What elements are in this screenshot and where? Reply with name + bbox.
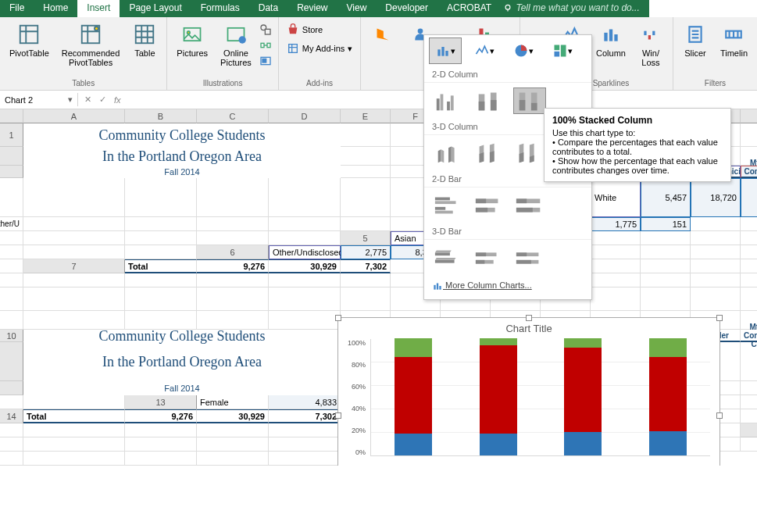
svg-rect-23 — [644, 31, 646, 35]
sparkline-col-button[interactable]: Column — [591, 20, 630, 69]
svg-rect-10 — [265, 29, 270, 34]
bar-white — [395, 338, 432, 455]
fx-icon[interactable]: fx — [114, 95, 121, 105]
sparkline-wl-button[interactable]: Win/Loss — [634, 20, 668, 69]
svg-point-8 — [238, 36, 245, 43]
3d-stacked-bar-icon[interactable] — [473, 245, 505, 271]
online-pictures-button[interactable]: OnlinePictures — [216, 20, 256, 69]
pivottable-button[interactable]: PivotTable — [5, 20, 54, 69]
label: OnlinePictures — [220, 48, 252, 67]
svg-rect-24 — [648, 35, 651, 39]
svg-rect-30 — [445, 51, 448, 56]
name-dropdown-icon[interactable]: ▾ — [68, 95, 73, 105]
section-3d-bar: 3-D Bar — [424, 223, 591, 240]
plot-area[interactable] — [370, 339, 710, 456]
tab-review[interactable]: Review — [287, 0, 337, 17]
chart-object[interactable]: Chart Title 100%80%60%40%20%0% WhiteBlac… — [337, 317, 720, 466]
column-chart-menu[interactable]: ▾ — [429, 37, 462, 64]
tab-acrobat[interactable]: ACROBAT — [437, 0, 501, 17]
svg-rect-61 — [439, 286, 441, 290]
chart-title[interactable]: Chart Title — [338, 323, 720, 334]
svg-rect-34 — [555, 52, 560, 57]
3d-100-stacked-column-icon[interactable] — [512, 140, 544, 166]
tab-view[interactable]: View — [337, 0, 377, 17]
svg-rect-42 — [491, 100, 497, 110]
tab-formulas[interactable]: Formulas — [191, 0, 249, 17]
svg-rect-46 — [531, 103, 537, 111]
chart-tooltip: 100% Stacked Column Use this chart type … — [544, 108, 731, 182]
select-all-corner[interactable] — [0, 109, 23, 123]
row-header[interactable]: 1 — [0, 123, 23, 147]
svg-rect-28 — [437, 49, 440, 55]
svg-rect-50 — [435, 211, 453, 214]
svg-rect-37 — [447, 102, 450, 110]
tell-me[interactable]: Tell me what you want to do... — [501, 0, 649, 17]
shapes-icon[interactable] — [259, 23, 273, 37]
svg-rect-14 — [262, 59, 266, 62]
bar-asian — [564, 338, 602, 455]
svg-rect-22 — [614, 34, 617, 41]
svg-rect-59 — [434, 285, 435, 290]
stacked-bar-icon[interactable] — [473, 192, 505, 219]
label: RecommendedPivotTables — [62, 48, 120, 67]
tooltip-title: 100% Stacked Column — [552, 115, 723, 126]
svg-point-16 — [418, 29, 423, 34]
svg-rect-25 — [652, 31, 655, 35]
name-box[interactable]: Chart 2 — [5, 95, 33, 105]
table-button[interactable]: Table — [127, 20, 162, 69]
bing-maps-button[interactable] — [366, 20, 400, 48]
stacked-column-icon[interactable] — [473, 87, 505, 114]
svg-rect-47 — [435, 198, 450, 201]
svg-rect-52 — [476, 198, 486, 203]
tab-data[interactable]: Data — [249, 0, 287, 17]
more-charts-button[interactable]: More Column Charts... — [424, 276, 591, 296]
svg-rect-20 — [604, 33, 607, 41]
clustered-bar-icon[interactable] — [432, 192, 465, 219]
enter-icon[interactable]: ✓ — [99, 95, 106, 105]
svg-rect-15 — [289, 45, 298, 53]
3d-100-stacked-bar-icon[interactable] — [513, 245, 546, 271]
svg-rect-44 — [520, 100, 526, 110]
3d-clustered-column-icon[interactable] — [432, 140, 464, 166]
pie-chart-menu[interactable]: ▾ — [507, 37, 540, 64]
svg-rect-60 — [437, 284, 438, 290]
3d-stacked-column-icon[interactable] — [472, 140, 504, 166]
cancel-icon[interactable]: ✕ — [84, 95, 91, 105]
clustered-column-icon[interactable] — [432, 87, 465, 114]
100-stacked-column-icon[interactable] — [513, 87, 546, 114]
table1-title: Community College Students — [23, 123, 341, 147]
3d-clustered-bar-icon[interactable] — [432, 245, 465, 271]
line-chart-menu[interactable]: ▾ — [468, 37, 501, 64]
svg-rect-35 — [437, 98, 440, 110]
svg-rect-58 — [516, 208, 533, 212]
tab-insert[interactable]: Insert — [77, 0, 120, 17]
svg-rect-38 — [451, 95, 454, 110]
svg-rect-33 — [561, 45, 566, 57]
smartart-icon[interactable] — [259, 39, 273, 53]
tab-developer[interactable]: Developer — [376, 0, 437, 17]
svg-rect-21 — [609, 30, 612, 41]
pictures-button[interactable]: Pictures — [172, 20, 212, 69]
table-row[interactable]: White — [591, 178, 641, 217]
myaddins-button[interactable]: My Add-ins ▾ — [287, 42, 352, 55]
col-header[interactable]: A — [23, 109, 125, 123]
tab-home[interactable]: Home — [34, 0, 77, 17]
store-button[interactable]: Store — [287, 23, 323, 36]
timeline-button[interactable]: Timelin — [716, 20, 752, 59]
svg-rect-29 — [441, 47, 444, 56]
tab-pagelayout[interactable]: Page Layout — [120, 0, 191, 17]
group-tables: Tables — [72, 78, 95, 88]
screenshot-icon[interactable] — [259, 55, 273, 69]
ribbon: PivotTable RecommendedPivotTables Table … — [0, 17, 757, 91]
ribbon-tabs: File Home Insert Page Layout Formulas Da… — [0, 0, 757, 17]
tab-file[interactable]: File — [0, 0, 34, 17]
svg-rect-4 — [136, 26, 154, 44]
hierarchy-chart-menu[interactable]: ▾ — [546, 37, 579, 64]
100-stacked-bar-icon[interactable] — [513, 192, 546, 219]
rec-pivot-button[interactable]: RecommendedPivotTables — [57, 20, 125, 69]
group-illustrations: Illustrations — [203, 78, 243, 88]
svg-rect-12 — [267, 43, 270, 47]
bar-black — [480, 338, 517, 455]
svg-rect-1 — [20, 26, 38, 44]
slicer-button[interactable]: Slicer — [678, 20, 712, 59]
